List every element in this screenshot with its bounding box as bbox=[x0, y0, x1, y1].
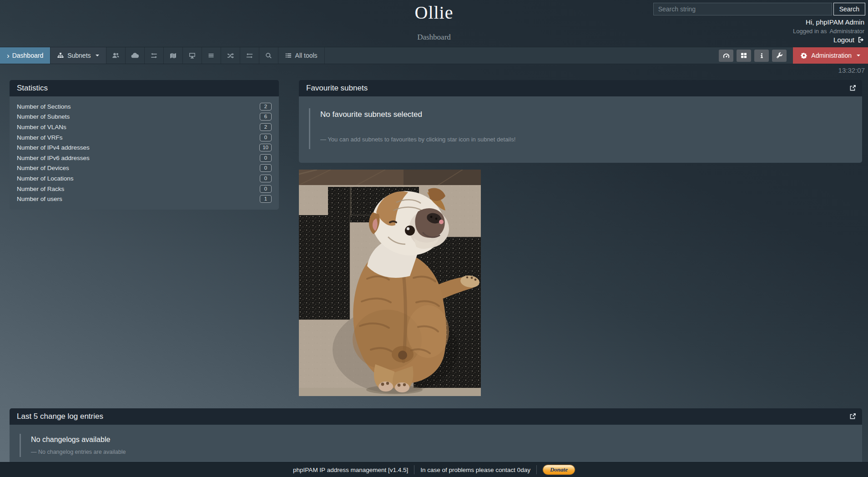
favourites-empty-hint: — You can add subnets to favourites by c… bbox=[320, 136, 862, 143]
nav-users-button[interactable] bbox=[106, 47, 126, 64]
favourites-empty-title: No favourite subnets selected bbox=[320, 110, 862, 119]
nav-cloud-button[interactable] bbox=[126, 47, 145, 64]
statistics-panel: Statistics Number of Sections2Number of … bbox=[10, 80, 279, 210]
widgets-grid-button[interactable] bbox=[737, 50, 751, 62]
footer-contact-info: In case of problems please contact 0day bbox=[420, 467, 530, 473]
map-icon bbox=[170, 52, 177, 59]
statistics-row-label: Number of Devices bbox=[17, 165, 69, 171]
nav-transfer-button[interactable] bbox=[240, 47, 259, 64]
nav-subnets-label: Subnets bbox=[67, 52, 91, 59]
clock: 13:32:07 bbox=[838, 66, 865, 74]
nav-subnets[interactable]: Subnets bbox=[50, 47, 106, 64]
statistics-row: Number of Sections2 bbox=[17, 101, 272, 112]
nav-dashboard-label: Dashboard bbox=[12, 52, 44, 59]
dashboard-widgets-button[interactable] bbox=[719, 50, 733, 62]
statistics-row-value-badge: 0 bbox=[260, 185, 272, 193]
administration-menu[interactable]: Administration bbox=[793, 47, 868, 64]
favourites-empty-alert: No favourite subnets selected — You can … bbox=[309, 108, 862, 149]
logout-label: Logout bbox=[833, 36, 854, 44]
footer-divider bbox=[414, 465, 414, 474]
statistics-row-value-badge: 0 bbox=[260, 134, 272, 141]
navbar-right-group: Administration bbox=[719, 47, 868, 64]
footer-bar: phpIPAM IP address management [v1.4.5] I… bbox=[0, 462, 868, 477]
statistics-row-label: Number of IPv4 addresses bbox=[17, 144, 90, 151]
statistics-row: Number of Racks0 bbox=[17, 184, 272, 194]
nav-dashboard[interactable]: › Dashboard bbox=[0, 47, 50, 64]
transfer-icon bbox=[246, 52, 253, 59]
footer-divider bbox=[536, 465, 537, 474]
administration-label: Administration bbox=[811, 52, 852, 59]
caret-down-icon bbox=[857, 55, 860, 56]
donate-button[interactable]: Donate bbox=[543, 465, 575, 475]
search-bar: Search bbox=[653, 3, 865, 15]
nav-all-tools-label: All tools bbox=[295, 52, 318, 59]
nav-map-button[interactable] bbox=[164, 47, 183, 64]
shuffle-icon bbox=[227, 52, 234, 59]
favourite-subnets-panel: Favourite subnets No favourite subnets s… bbox=[299, 80, 862, 163]
changelog-title: Last 5 change log entries bbox=[17, 412, 103, 421]
dog-photo bbox=[299, 170, 481, 396]
statistics-row: Number of Subnets6 bbox=[17, 112, 272, 122]
changelog-panel: Last 5 change log entries No changelogs … bbox=[10, 408, 862, 462]
statistics-row: Number of VLANs2 bbox=[17, 122, 272, 132]
favourite-subnets-body: No favourite subnets selected — You can … bbox=[299, 96, 862, 163]
changelog-body: No changelogs available — No changelog e… bbox=[10, 425, 862, 462]
statistics-row-value-badge: 0 bbox=[260, 175, 272, 182]
open-external-icon[interactable] bbox=[849, 85, 856, 91]
nav-all-tools[interactable]: All tools bbox=[278, 47, 325, 64]
statistics-row-label: Number of VRFs bbox=[17, 134, 63, 141]
main-navbar: › Dashboard Subnets All tools bbox=[0, 47, 868, 64]
gear-icon bbox=[801, 52, 807, 59]
info-button[interactable] bbox=[754, 50, 769, 62]
logged-in-prefix: Logged in as bbox=[793, 28, 827, 35]
statistics-row: Number of users1 bbox=[17, 194, 272, 204]
statistics-row-value-badge: 10 bbox=[259, 144, 272, 151]
statistics-title: Statistics bbox=[17, 84, 48, 92]
cloud-icon bbox=[131, 52, 139, 60]
search-icon bbox=[265, 52, 272, 59]
open-external-icon[interactable] bbox=[849, 413, 856, 420]
greeting-text: Hi, phpIPAM Admin bbox=[806, 18, 864, 26]
favourite-subnets-header: Favourite subnets bbox=[299, 80, 862, 96]
sign-out-icon bbox=[858, 36, 864, 43]
statistics-row-label: Number of IPv6 addresses bbox=[17, 155, 90, 161]
statistics-row-value-badge: 2 bbox=[260, 123, 272, 131]
statistics-row: Number of IPv4 addresses10 bbox=[17, 142, 272, 153]
changelog-empty-title: No changelogs available bbox=[31, 436, 862, 444]
chevron-right-icon: › bbox=[7, 52, 10, 60]
desktop-icon bbox=[189, 52, 196, 59]
nav-exchange-button[interactable] bbox=[145, 47, 164, 64]
statistics-row-label: Number of Locations bbox=[17, 175, 74, 182]
changelog-header: Last 5 change log entries bbox=[10, 408, 862, 425]
nav-shuffle-button[interactable] bbox=[221, 47, 240, 64]
statistics-row-label: Number of Sections bbox=[17, 103, 71, 110]
logged-in-user: Administrator bbox=[829, 28, 864, 35]
bulldog-on-rug-illustration bbox=[299, 170, 481, 396]
statistics-row-label: Number of Racks bbox=[17, 186, 64, 192]
statistics-row-value-badge: 2 bbox=[260, 103, 272, 110]
list-bars-icon bbox=[208, 52, 214, 59]
statistics-row-value-badge: 1 bbox=[260, 195, 272, 203]
tools-list-icon bbox=[285, 52, 292, 59]
nav-desktop-button[interactable] bbox=[183, 47, 202, 64]
speedometer-icon bbox=[722, 52, 730, 60]
changelog-empty-alert: No changelogs available — No changelog e… bbox=[20, 434, 862, 457]
breadcrumb: Dashboard bbox=[0, 33, 868, 42]
statistics-row-label: Number of users bbox=[17, 196, 62, 202]
wrench-icon bbox=[776, 52, 783, 59]
logout-link[interactable]: Logout bbox=[833, 36, 864, 44]
nav-list-button[interactable] bbox=[202, 47, 221, 64]
tools-button[interactable] bbox=[772, 50, 787, 62]
footer-app-info: phpIPAM IP address management [v1.4.5] bbox=[293, 467, 408, 473]
statistics-row-value-badge: 6 bbox=[260, 113, 272, 121]
statistics-row-value-badge: 0 bbox=[260, 154, 272, 162]
statistics-row: Number of Devices0 bbox=[17, 163, 272, 174]
changelog-empty-hint: — No changelog entries are available bbox=[31, 449, 862, 455]
nav-search-button[interactable] bbox=[259, 47, 278, 64]
search-input[interactable] bbox=[653, 3, 832, 15]
statistics-row-value-badge: 0 bbox=[260, 164, 272, 172]
caret-down-icon bbox=[96, 55, 99, 56]
info-icon bbox=[759, 53, 765, 59]
search-button[interactable]: Search bbox=[833, 3, 865, 15]
logged-in-text: Logged in asAdministrator bbox=[793, 28, 864, 35]
